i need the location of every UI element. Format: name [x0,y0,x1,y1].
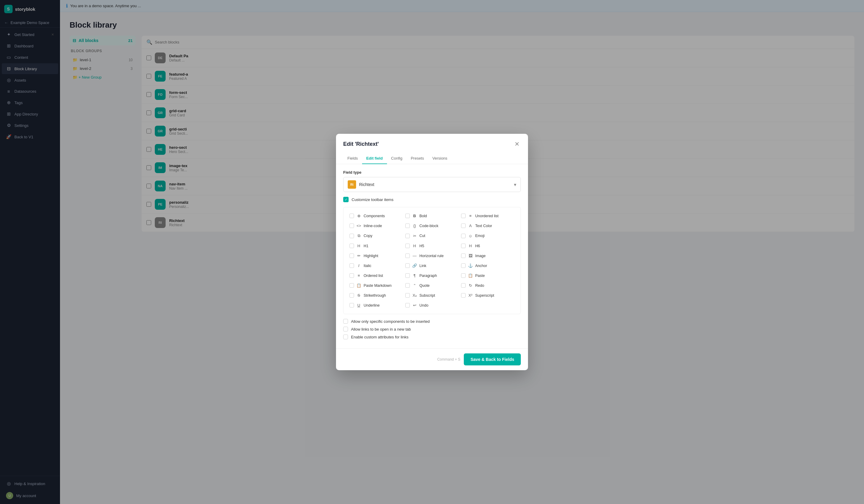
toolbar-item-h6: H H6 [460,242,516,250]
toolbar-label-italic: Italic [363,264,371,268]
modal-overlay[interactable]: Edit 'Richtext' ✕ Fields Edit field Conf… [0,0,864,504]
save-back-to-fields-button[interactable]: Save & Back to Fields [464,353,521,365]
toolbar-label-strikethrough: Strikethrough [363,293,386,298]
link-icon: 🔗 [412,263,417,268]
toolbar-checkbox-inline-code[interactable] [349,224,354,228]
toolbar-label-quote: Quote [419,284,430,288]
code-block-icon: {} [412,224,417,228]
toolbar-checkbox-code-block[interactable] [405,224,410,228]
toolbar-checkbox-h1[interactable] [349,243,354,248]
toolbar-checkbox-italic[interactable] [349,263,354,268]
toolbar-item-image: 🖼 Image [460,252,516,260]
tab-presets[interactable]: Presets [407,153,428,164]
toolbar-checkbox-undo[interactable] [405,303,410,308]
toolbar-label-bold: Bold [419,214,427,218]
toolbar-label-horizontal-rule: Horizontal rule [419,254,444,258]
toolbar-label-highlight: Highlight [363,254,378,258]
toolbar-label-anchor: Anchor [475,264,487,268]
text-color-icon: A [468,224,473,228]
toolbar-checkbox-paste-markdown[interactable] [349,283,354,288]
components-icon: ⊕ [357,214,361,218]
toolbar-label-components: Components [363,214,385,218]
tab-edit-field[interactable]: Edit field [362,153,387,164]
toolbar-item-link: 🔗 Link [404,262,460,269]
allow-components-checkbox[interactable] [343,319,348,324]
toolbar-checkbox-subscript[interactable] [405,293,410,298]
customize-checkbox[interactable]: ✓ [343,197,349,202]
toolbar-checkbox-h6[interactable] [461,243,466,248]
paragraph-icon: ¶ [412,273,417,278]
toolbar-label-image: Image [475,254,486,258]
toolbar-checkbox-quote[interactable] [405,283,410,288]
image-icon: 🖼 [468,253,473,258]
paste-markdown-icon: 📋 [357,283,361,288]
enable-custom-checkbox[interactable] [343,335,348,339]
customize-row: ✓ Customize toolbar items [343,197,521,202]
unordered-list-icon: ≡ [468,214,473,218]
toolbar-item-inline-code: <> Inline-code [348,222,404,229]
toolbar-checkbox-link[interactable] [405,263,410,268]
toolbar-checkbox-cut[interactable] [405,234,410,238]
toolbar-checkbox-text-color[interactable] [461,224,466,228]
tab-fields[interactable]: Fields [343,153,362,164]
allow-links-checkbox[interactable] [343,327,348,332]
copy-icon: ⧉ [357,233,361,238]
highlight-icon: ✏ [357,253,361,258]
modal-header: Edit 'Richtext' ✕ [336,134,528,148]
toolbar-checkbox-copy[interactable] [349,234,354,238]
modal-body: Field type Rt Richtext ▾ ✓ Customize too… [336,164,528,348]
toolbar-checkbox-image[interactable] [461,253,466,258]
toolbar-item-anchor: ⚓ Anchor [460,262,516,269]
toolbar-item-undo: ↩ Undo [404,301,460,309]
toolbar-checkbox-superscript[interactable] [461,293,466,298]
toolbar-item-underline: U Underline [348,301,404,309]
toolbar-checkbox-highlight[interactable] [349,253,354,258]
toolbar-item-cut: ✂ Cut [404,232,460,240]
toolbar-checkbox-anchor[interactable] [461,263,466,268]
toolbar-checkbox-components[interactable] [349,214,354,218]
toolbar-item-paste-markdown: 📋 Paste Markdown [348,282,404,289]
toolbar-label-paste: Paste [475,274,485,278]
toolbar-checkbox-h5[interactable] [405,243,410,248]
toolbar-checkbox-ordered[interactable] [349,273,354,278]
option-allow-links: Allow links to be open in a new tab [343,327,521,332]
toolbar-item-subscript: X₂ Subscript [404,291,460,299]
toolbar-item-italic: I Italic [348,262,404,269]
toolbar-item-h1: H H1 [348,242,404,250]
toolbar-label-copy: Copy [363,234,372,238]
toolbar-label-inline-code: Inline-code [363,224,382,228]
quote-icon: " [412,283,417,288]
toolbar-item-code-block: {} Code-block [404,222,460,229]
toolbar-item-components: ⊕ Components [348,212,404,219]
toolbar-checkbox-bold[interactable] [405,214,410,218]
superscript-icon: X² [468,293,473,298]
redo-icon: ↻ [468,283,473,288]
cut-icon: ✂ [412,234,417,238]
toolbar-checkbox-unordered[interactable] [461,214,466,218]
toolbar-item-highlight: ✏ Highlight [348,252,404,260]
toolbar-label-h6: H6 [475,244,480,248]
paste-icon: 📋 [468,273,473,278]
toolbar-label-superscript: Superscript [475,293,494,298]
italic-icon: I [357,263,361,268]
tab-versions[interactable]: Versions [428,153,452,164]
field-type-dropdown[interactable]: Rt Richtext ▾ [343,177,521,192]
richtext-badge: Rt [348,180,356,189]
bold-icon: B [412,214,417,218]
ordered-list-icon: ≡ [357,273,361,278]
toolbar-checkbox-emoji[interactable] [461,234,466,238]
toolbar-checkbox-redo[interactable] [461,283,466,288]
toolbar-item-text-color: A Text Color [460,222,516,229]
underline-icon: U [357,303,361,308]
tab-config[interactable]: Config [387,153,407,164]
modal-close-button[interactable]: ✕ [513,140,521,148]
toolbar-label-undo: Undo [419,303,429,308]
toolbar-item-strikethrough: S Strikethrough [348,291,404,299]
toolbar-checkbox-strikethrough[interactable] [349,293,354,298]
toolbar-checkbox-horizontal-rule[interactable] [405,253,410,258]
toolbar-item-bold: B Bold [404,212,460,219]
toolbar-checkbox-paste[interactable] [461,273,466,278]
toolbar-checkbox-paragraph[interactable] [405,273,410,278]
toolbar-label-paste-markdown: Paste Markdown [363,284,392,288]
toolbar-checkbox-underline[interactable] [349,303,354,308]
